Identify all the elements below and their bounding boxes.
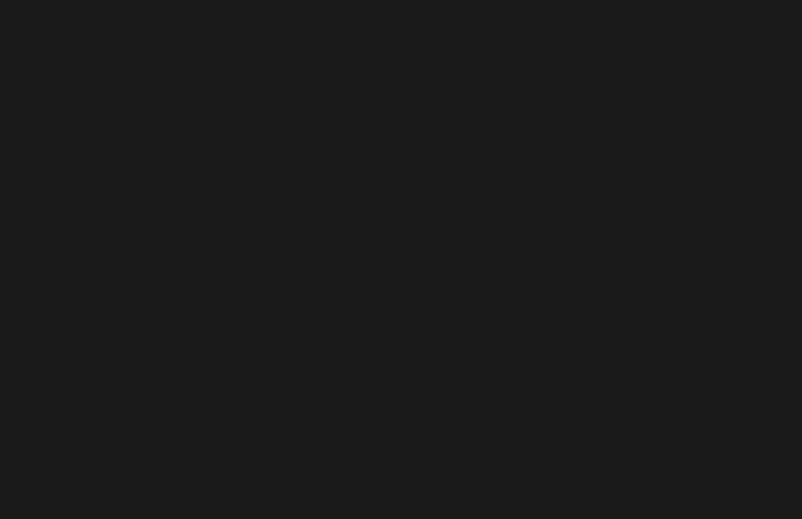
chart-container <box>0 0 802 519</box>
pie-chart <box>0 0 802 519</box>
